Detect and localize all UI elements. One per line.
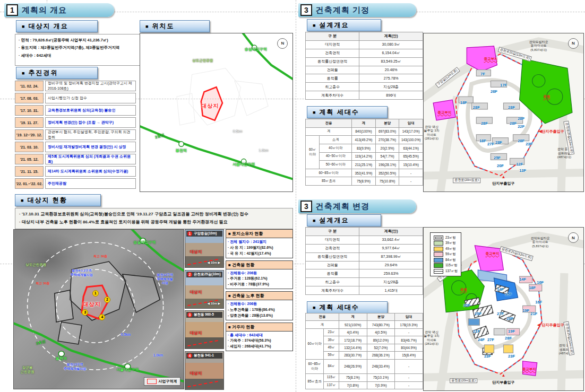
table-cell: 83,549.25㎡: [359, 57, 423, 66]
building-floor-label: 28F: [508, 105, 515, 110]
header-label: 설계개요: [319, 21, 349, 30]
table-cell: 건축면적: [306, 49, 359, 57]
map-label: ▲: [502, 175, 506, 179]
table-cell: 9,977.64㎡: [359, 244, 423, 252]
square-bullet-icon: ■: [313, 218, 315, 223]
square-bullet-icon: ■: [22, 24, 24, 29]
map-label: 숭실대입구역: [133, 240, 156, 245]
timeline-date: '21. 05. 12.: [15, 154, 44, 164]
table-cell: 계획주차대수: [306, 286, 359, 295]
table-cell: 건폐율: [306, 261, 359, 269]
building-floor-label: 27F: [497, 311, 504, 316]
header-label: 계획 세대수: [319, 108, 359, 117]
section-title: 건축계획 변경: [316, 202, 369, 212]
info-box-line: · 세입자 : 268세대(41.7%): [228, 344, 291, 350]
street-photo: 4봉천동 941-1대상지: [185, 351, 224, 390]
building-floor-label: 28F: [518, 138, 524, 143]
table-cell: 697(83.0%): [375, 127, 399, 136]
table-cell: 89(12.0%): [367, 336, 395, 344]
timeline-date: '19. 11. 27.: [15, 117, 44, 128]
table-cell: 60㎡이하: [306, 328, 324, 359]
map-label: 최고 30층: [36, 282, 49, 286]
table-cell: -: [395, 381, 423, 389]
building-floor-label: 19F: [508, 329, 515, 334]
design-overview-table-changed: 구 분계획(안)대지면적33,662.4㎡건축면적9,977.64㎡용적률산정연…: [305, 227, 423, 295]
table-cell: 60㎡ 이하: [306, 136, 320, 169]
table-cell: 20(2.9%): [375, 144, 399, 152]
legend-swatch: [434, 252, 443, 257]
table-cell: 83(9.9%): [352, 144, 376, 152]
square-bullet-icon: ■: [22, 71, 24, 76]
building-floor-label: 21F: [530, 311, 537, 316]
location-map: N 상도근린공원숭실대입구역봉천역서울대입구역2호선대상지0.5km1.0km: [140, 33, 293, 192]
unit-type-legend: 23㎡형39㎡형49㎡형59㎡형84㎡형115㎡형137㎡형: [430, 232, 461, 276]
map-label: 공원: [543, 94, 550, 99]
building-floor-label: 28F: [473, 105, 480, 110]
building-floor-label: 20F: [463, 303, 470, 308]
text-line: · 세대수 : 642세대: [19, 52, 136, 59]
table-cell: 33,662.4㎡: [359, 236, 423, 244]
info-box: ■ 거주자 현황· 총 세대수 : 642세대· 가옥주 : 374세대(58.…: [226, 323, 293, 352]
timeline-date: '22. 01.~'22. 02.: [15, 178, 44, 189]
table-cell: 23㎡: [324, 328, 339, 336]
table-cell: 75(8.9%): [352, 177, 376, 186]
legend-label: 23㎡형: [445, 236, 456, 240]
timeline-date: '17. 08. 03.: [15, 93, 44, 103]
map-label: ◀: [537, 323, 540, 327]
table-cell: 137㎡: [324, 381, 339, 389]
design-overview-table-approved: 구 분계획(안)대지면적30,080.9㎡건축면적6,154.04㎡용적률산정연…: [305, 32, 423, 100]
street-photo: 3봉천동 960-5대상지: [185, 310, 224, 349]
legend-label: 59㎡형: [445, 252, 456, 257]
info-box-line: - 비주거용 : 78동(37.9%): [228, 282, 291, 288]
table-cell: 4(0.5%): [367, 328, 395, 336]
table-cell: 275.78%: [359, 74, 423, 83]
legend-label: 사업구역계: [159, 379, 177, 384]
building-floor-label: 28F: [506, 316, 513, 321]
map-label: 관악드림타운 동아아파트 (5,837세대): [529, 40, 548, 53]
map-label: ▲: [502, 373, 506, 378]
site-plan-map-approved: N 7F17F26F18F28F28F28F28F22F28F18F27F28F…: [423, 33, 584, 192]
table-cell: 7(0.8%): [339, 381, 367, 389]
building-floor-label: 28F: [510, 121, 517, 126]
map-label: 서울대입구역: [116, 368, 139, 372]
north-arrow-icon: N: [568, 38, 579, 49]
header-households-approved: ■ 계획 세대수: [307, 106, 388, 118]
table-cell: 29.64%: [359, 261, 423, 269]
photo-number-badge: 1: [187, 231, 192, 236]
map-label: 단지주출입구: [542, 129, 564, 134]
table-cell: 임대: [399, 119, 423, 128]
square-bullet-icon: ■: [145, 24, 148, 29]
header-label: 대상지 개요: [28, 22, 68, 31]
table-cell: 건축면적: [306, 244, 359, 252]
header-households-changed: ■ 계획 세대수: [307, 301, 388, 313]
photo-caption: 3봉천동 960-5: [186, 312, 222, 318]
table-cell: 268(36.1%): [367, 352, 395, 359]
table-cell: 용적률산정연면적: [306, 252, 359, 261]
table-cell: 용적률: [306, 269, 359, 278]
data-table: 구 분계획(안)대지면적33,662.4㎡건축면적9,977.64㎡용적률산정연…: [305, 227, 423, 295]
legend-label: 115㎡형: [445, 263, 458, 268]
households-table-changed: 전용계분양임대계921(100%)743(80.7%)178(19.3%)60㎡…: [305, 313, 423, 389]
site-status-map: 사업구역계 상도근린공원장군봉 근린공원숭실대입구역봉천역서울대입구역2호선대상…: [13, 229, 184, 389]
info-box-line: - 양호건축물 : 28동(13.6%): [228, 313, 291, 319]
timeline-row: '19. 12~'20. 12.관련부서 협의, 주민설명회, 주민공람, 구의…: [15, 129, 136, 140]
legend-item: 115㎡형: [434, 263, 458, 268]
map-label: 은천로(20m도로): [450, 378, 477, 384]
table-cell: 전용: [306, 313, 339, 321]
building-floor-label: 22F: [518, 124, 524, 129]
building-floor-label: 24F: [478, 337, 485, 342]
legend-swatch: [434, 263, 443, 268]
table-cell: 259.63%: [359, 269, 423, 278]
timeline-row: '21. 05. 12.제5회 도시계획위원회 심의 (개최결과 수권 소위원회…: [15, 154, 136, 164]
table-cell: 75(10.8%): [375, 177, 399, 186]
header-design-overview-changed: ■ 설계개요: [307, 214, 381, 227]
info-box: ■ 건축물 노후 현황· 전체동수: 206동- 노후건축물 : 178동(86…: [226, 291, 293, 320]
table-cell: 119(14.2%): [352, 152, 376, 161]
building-floor-label: 21F: [473, 329, 480, 334]
building-floor-label: 25F: [475, 311, 481, 316]
legend-item: 59㎡형: [434, 252, 458, 257]
header-progress: ■ 추진경위: [16, 67, 98, 79]
building-floor-label: 13F: [519, 169, 526, 173]
table-cell: 85㎡초과: [306, 177, 352, 186]
photo-label: 구암중길(10m): [194, 231, 217, 236]
